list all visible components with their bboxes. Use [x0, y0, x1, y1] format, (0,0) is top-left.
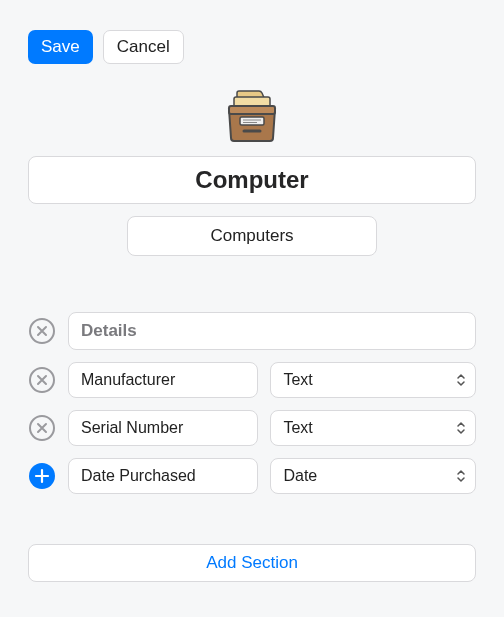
save-button[interactable]: Save: [28, 30, 93, 64]
svg-rect-2: [240, 117, 264, 125]
fields-area: Text Text: [0, 312, 504, 494]
section-name-input[interactable]: [68, 312, 476, 350]
title-row: [0, 156, 504, 204]
x-circle-icon: [28, 317, 56, 345]
x-circle-icon: [28, 414, 56, 442]
field-label-input[interactable]: [68, 458, 258, 494]
field-label-input[interactable]: [68, 362, 258, 398]
section-header-row: [28, 312, 476, 350]
footer: Add Section: [0, 544, 504, 582]
remove-field-button[interactable]: [28, 366, 56, 394]
field-type-select[interactable]: Date: [270, 458, 476, 494]
file-drawer-icon: [0, 80, 504, 150]
add-section-button[interactable]: Add Section: [28, 544, 476, 582]
toolbar: Save Cancel: [0, 0, 504, 64]
x-circle-icon: [28, 366, 56, 394]
template-title-input[interactable]: [28, 156, 476, 204]
field-row: Text: [28, 362, 476, 398]
remove-field-button[interactable]: [28, 414, 56, 442]
remove-section-button[interactable]: [28, 317, 56, 345]
svg-rect-1: [229, 106, 275, 114]
field-label-input[interactable]: [68, 410, 258, 446]
field-type-select[interactable]: Text: [270, 362, 476, 398]
field-row: Date: [28, 458, 476, 494]
cancel-button[interactable]: Cancel: [103, 30, 184, 64]
field-row: Text: [28, 410, 476, 446]
field-type-select[interactable]: Text: [270, 410, 476, 446]
add-field-button[interactable]: [28, 462, 56, 490]
plus-circle-icon: [28, 462, 56, 490]
category-select[interactable]: Computers: [127, 216, 377, 256]
category-row: Computers: [0, 216, 504, 256]
